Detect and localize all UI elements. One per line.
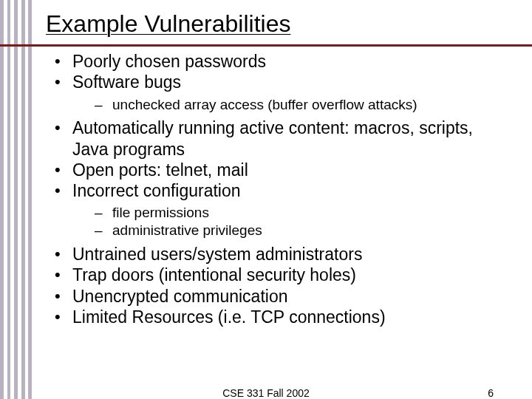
bullet-list: Poorly chosen passwords Software bugs un…: [50, 51, 505, 327]
slide-content: Example Vulnerabilities Poorly chosen pa…: [0, 0, 532, 327]
footer-page-number: 6: [488, 387, 494, 399]
list-item: Poorly chosen passwords: [50, 51, 505, 72]
list-item: Unencrypted communication: [50, 286, 505, 307]
list-item: Automatically running active content: ma…: [50, 117, 505, 160]
list-subitem: administrative privileges: [72, 222, 505, 239]
list-item: Incorrect configuration file permissions…: [50, 180, 505, 239]
slide-title: Example Vulnerabilities: [46, 10, 505, 38]
list-item: Open ports: telnet, mail: [50, 160, 505, 180]
list-item: Limited Resources (i.e. TCP connections): [50, 307, 505, 327]
footer-course: CSE 331 Fall 2002: [222, 387, 310, 399]
list-subitem: file permissions: [72, 204, 505, 222]
list-item: Untrained users/system administrators: [50, 244, 505, 265]
list-item-text: Incorrect configuration: [72, 181, 241, 200]
list-item: Trap doors (intentional security holes): [50, 265, 505, 285]
list-item-text: Software bugs: [72, 72, 181, 92]
list-subitem: unchecked array access (buffer overflow …: [72, 96, 505, 114]
list-item: Software bugs unchecked array access (bu…: [50, 72, 505, 113]
